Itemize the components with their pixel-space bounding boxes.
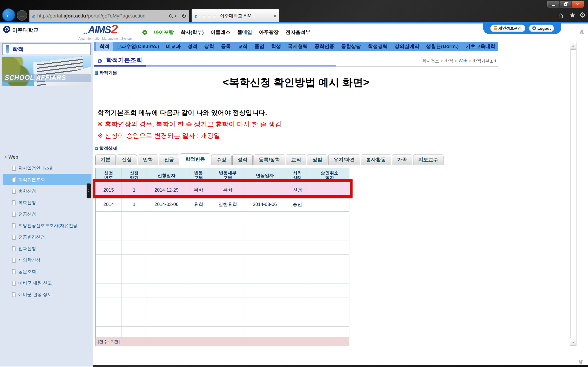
page-icon [12,281,16,286]
tab-advisor[interactable]: 지도교수 [413,155,443,165]
settings-icon[interactable]: ⚙ [579,11,586,19]
favorites-icon[interactable]: ★ [569,12,576,19]
empty-cell [147,283,187,298]
tab-major[interactable]: 전공 [159,155,179,165]
navbar-item-gukje[interactable]: 국제협력 [285,42,311,51]
sidebar-item-major-survey[interactable]: 희망전공선호도조사(자유전공 [3,220,91,231]
tab-family[interactable]: 가족 [392,155,412,165]
minimize-icon [552,5,555,6]
menu-item-webmail[interactable]: 웹메일 [237,29,252,36]
scroll-up-button[interactable]: ▲ [570,42,576,49]
tab-enrollment[interactable]: 수강 [211,155,232,165]
sidebar-collapse-handle[interactable] [87,184,91,198]
navbar-item-tonghap[interactable]: 통합상담 [338,42,365,51]
navbar-item-gicho[interactable]: 기초교육대학 [462,42,499,51]
navbar-item-gonghak[interactable]: 공학인증 [311,42,338,51]
home-icon[interactable]: ⌂ [558,11,563,19]
search-icon[interactable] [169,14,172,17]
search-dropdown-icon[interactable]: ▼ [174,15,177,17]
empty-cell [122,269,147,283]
browser-tab[interactable]: e :::::::::::::::: 아주대학교 AIM... × [192,9,279,22]
empty-cell [310,212,349,226]
privacy-button[interactable]: 개인정보관리 [490,25,525,32]
chevron-down-icon[interactable]: ∨ [578,357,584,366]
tab-teaching[interactable]: 교직 [286,155,306,165]
page-icon [12,235,16,240]
navbar-item-deungnok[interactable]: 등록 [218,42,234,51]
sidebar-group-web[interactable]: >Web [4,155,18,160]
tab-volunteer[interactable]: 봉사활동 [361,155,391,165]
sidebar-item-major-change[interactable]: 전공변경신청 [3,231,91,243]
sidebar-item-alumni[interactable]: 동문조회 [3,266,91,277]
empty-cell [245,327,285,338]
close-window-button[interactable]: × [572,1,584,8]
table-empty-row [96,298,349,312]
tab-record-change[interactable]: 학적변동 [180,153,210,165]
browser-toolbar: ← → e http://portal.ajou.ac.kr/portal/go… [0,8,588,22]
tab-rewards[interactable]: 상벌 [307,155,327,165]
sidebar-item-schedule[interactable]: 학사일정안내조회 [3,162,91,174]
tab-basic[interactable]: 기본 [95,155,116,165]
sidebar-item-reserve-info[interactable]: 예비군 편성 정보 [3,289,91,300]
minimize-button[interactable] [547,1,560,8]
navbar-item-seongjeok[interactable]: 성적 [184,42,201,51]
tab-grades[interactable]: 성적 [232,155,253,165]
empty-cell [96,269,122,283]
breadcrumb-item[interactable]: 학적 [445,59,453,63]
sidebar-item-transfer[interactable]: 전과신청 [3,243,91,254]
navbar-item-janghak[interactable]: 장학 [201,42,218,51]
breadcrumb-item[interactable]: Web [459,59,467,63]
sidebar-item-readmission[interactable]: 재입학신청 [3,254,91,266]
navbar-item-haksaeng[interactable]: 학생 [268,42,285,51]
menu-item-plaza[interactable]: 아주광장 [259,29,279,36]
page-icon [12,292,16,297]
sidebar-item-leave-apply[interactable]: 휴학신청 [3,185,91,197]
table-row-2014-leave: 2014 1 2014-03-06 휴학 일반휴학 2014-03-06 승인 [96,197,349,212]
scrollbar-thumb[interactable] [570,49,576,338]
menu-item-haksa[interactable]: 학사(학부) [181,29,204,36]
menu-item-eclass[interactable]: 이클래스 [211,29,230,36]
restore-button[interactable] [560,1,572,8]
address-bar[interactable]: e http://portal.ajou.ac.kr/portal/goToMy… [29,10,189,22]
logout-button[interactable]: Logout [529,25,554,32]
navbar-item-bigyogwa[interactable]: 비교과 [163,42,184,51]
empty-cell [122,212,147,226]
empty-cell [211,269,245,283]
sidebar-item-record-inquiry[interactable]: 학적기본조회 [3,174,91,185]
university-name: 아주대학교 [12,27,38,34]
back-button[interactable]: ← [2,8,15,21]
navbar-item-gyojik[interactable]: 교직 [234,42,251,51]
navbar-item-dorm[interactable]: 생활관(Dorm.) [423,42,462,51]
breadcrumb-item[interactable]: 학사정보 [422,59,439,63]
sidebar-item-return-apply[interactable]: 복학신청 [3,197,91,208]
chevron-up-icon[interactable]: ∧ [579,27,585,36]
tab-dispatch[interactable]: 유치/파견 [328,155,360,165]
tab-registration[interactable]: 등록/장학 [253,155,285,165]
sidebar-item-major-apply[interactable]: 전공신청 [3,208,91,220]
empty-cell [310,240,349,255]
breadcrumb-item[interactable]: 학적기본조회 [473,59,498,63]
menu-item-myportal[interactable]: 마이포탈 [154,29,174,36]
sidebar: 학적 SCHOOL AFFIARS >Web 학사일정안내조회 학적기본조회 휴… [0,42,93,367]
navbar-item-clsinfo[interactable]: 교과수업(Cls.Info.) [113,42,163,51]
empty-cell [245,255,285,269]
empty-cell [310,255,349,269]
empty-cell [96,283,122,298]
navbar-item-hakjeok[interactable]: 학적 [96,42,113,51]
navbar-item-gyeongnyeok[interactable]: 학생경력 [365,42,391,51]
portal-menu: ▶ 마이포탈 학사(학부) 이클래스 웹메일 아주광장 전자출석부 [142,29,310,36]
sidebar-item-reserve-report[interactable]: 예비군 대원 신고 [3,277,91,289]
tab-close-icon[interactable]: × [274,13,276,19]
scroll-down-button[interactable]: ▼ [570,339,576,346]
navbar-item-joreop[interactable]: 졸업 [251,42,268,51]
empty-cell [147,255,187,269]
navbar-item-gangui[interactable]: 강의실예약 [391,42,423,51]
menu-item-attendance[interactable]: 전자출석부 [286,29,310,36]
page-scrollbar[interactable]: ▲ ▼ [570,42,577,346]
forward-button[interactable]: → [17,10,27,21]
refresh-icon[interactable]: ↻ [181,13,186,19]
tab-admission[interactable]: 입학 [138,155,158,165]
empty-cell [122,298,147,312]
tab-personal[interactable]: 신상 [117,155,137,165]
empty-cell [211,283,245,298]
